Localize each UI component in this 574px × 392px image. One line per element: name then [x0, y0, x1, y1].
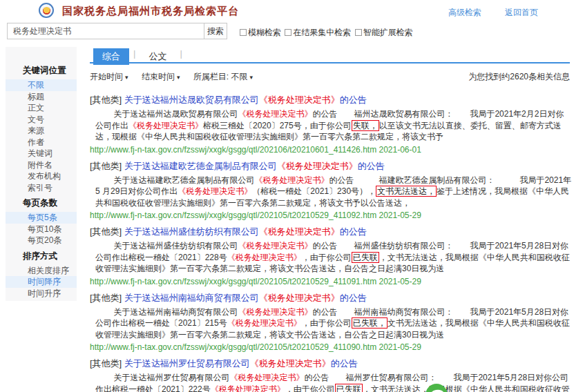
search-button[interactable]: 搜索	[204, 23, 227, 39]
sidebar-item-标题[interactable]: 标题	[6, 91, 77, 103]
text-segment-link: 关于送达福州罗仕贸易有限公司	[124, 358, 250, 369]
text-segment-redlink: 《税务处理决定书》	[259, 293, 340, 303]
result-snippet: 关于送达福建欧艺德金属制品有限公司《税务处理决定书》的公告 福建欧艺德金属制品有…	[90, 175, 572, 209]
sidebar-item-附件名[interactable]: 附件名	[6, 159, 77, 171]
search-result-item: [其他类] 关于送达福州罗仕贸易有限公司《税务处理决定书》的公告 关于送达福州罗…	[90, 357, 572, 392]
sidebar-item-文号[interactable]: 文号	[6, 114, 77, 126]
category-filter[interactable]: 所属栏目: 不限▾	[193, 72, 253, 81]
search-in-results-checkbox[interactable]: 在结果集中检索	[285, 28, 351, 37]
result-snippet: 关于送达福州盛佳纺纺织有限公司《税务处理决定书》的公告 福州盛佳纺纺织有限公司：…	[90, 240, 572, 275]
text-segment-link: 关于送达福建欧艺德金属制品有限公司	[124, 161, 277, 171]
filter-sidebar: 关键词位置 不限标题正文文号来源作者关键词附件名发布机构索引号 每页条数 每页5…	[6, 47, 77, 301]
result-title-link[interactable]: [其他类] 关于送达福州盛佳纺纺织有限公司《税务处理决定书》的公告	[90, 226, 572, 237]
page-title: 国家税务总局福州市税务局检索平台	[62, 5, 239, 18]
search-input[interactable]	[7, 23, 204, 39]
search-result-item: [其他类] 关于送达福州达晟欧贸易有限公司《税务处理决定书》的公告 关于送达福州…	[90, 94, 572, 155]
sidebar-item-时间升序[interactable]: 时间升序	[6, 288, 77, 300]
text-segment-link: 关于送达福州盛佳纺纺织有限公司	[124, 226, 259, 237]
text-segment-link: 关于送达福州达晟欧贸易有限公司	[124, 95, 259, 105]
sidebar-item-关键词[interactable]: 关键词	[6, 148, 77, 159]
sidebar-item-相关度排序[interactable]: 相关度排序	[6, 265, 77, 277]
search-result-item: [其他类] 关于送达福州盛佳纺纺织有限公司《税务处理决定书》的公告 关于送达福州…	[90, 226, 572, 287]
tab-comprehensive[interactable]: 综合	[93, 48, 129, 65]
text-segment-red: 《税务处理决定书》	[128, 121, 203, 130]
tax-bureau-logo-icon	[39, 3, 54, 18]
top-nav: 高级检索返回首页	[448, 7, 538, 19]
sidebar-section-title: 排序方式	[6, 246, 77, 265]
text-segment-red: 《税务处理决定书》	[211, 384, 285, 392]
text-segment-red: 《税务处理决定书》	[229, 373, 304, 382]
chevron-down-icon: ▾	[249, 74, 253, 81]
search-bar: 搜索	[7, 23, 227, 39]
sidebar-item-来源[interactable]: 来源	[6, 125, 77, 137]
text-segment-red: 《税务处理决定书》	[178, 186, 252, 196]
sidebar-section: 关键词位置 不限标题正文文号来源作者关键词附件名发布机构索引号	[6, 61, 77, 193]
start-time-filter[interactable]: 开始时间▾	[90, 72, 128, 81]
text-segment-box: 失联，	[352, 120, 379, 131]
text-segment-box: 已失联，	[352, 317, 388, 329]
text-segment-prefix: [其他类]	[90, 226, 124, 237]
sidebar-item-每页20条[interactable]: 每页20条	[6, 235, 77, 246]
result-count: 为您找到约2620条相关信息	[468, 71, 570, 83]
national-emblem-icon	[43, 7, 50, 14]
text-segment-prefix: [其他类]	[90, 293, 124, 303]
sidebar-item-发布机构[interactable]: 发布机构	[6, 170, 77, 182]
sidebar-item-作者[interactable]: 作者	[6, 137, 77, 148]
text-segment-link: 关于送达福州南福幼商贸有限公司	[124, 293, 259, 303]
search-options: 模糊检索 在结果集中检索 智能扩展检索	[240, 27, 414, 39]
sidebar-item-时间降序[interactable]: 时间降序	[6, 276, 77, 288]
chevron-down-icon: ▾	[125, 74, 128, 81]
sidebar-item-不限[interactable]: 不限	[6, 79, 77, 91]
sidebar-item-索引号[interactable]: 索引号	[6, 182, 77, 194]
checkbox-icon[interactable]	[240, 29, 247, 36]
tab-official-documents[interactable]: 公文	[140, 48, 175, 65]
sidebar-section-items: 不限标题正文文号来源作者关键词附件名发布机构索引号	[6, 79, 77, 193]
text-segment-plain: 关于送达福州罗仕贸易有限公司	[113, 373, 229, 382]
search-result-item: [其他类] 关于送达福州南福幼商贸有限公司《税务处理决定书》的公告 关于送达福州…	[90, 292, 572, 353]
text-segment-prefix: [其他类]	[90, 95, 124, 105]
sidebar-item-每页10条[interactable]: 每页10条	[6, 224, 77, 235]
result-url[interactable]: http://www.fj-n-tax.gov.cn/fzsswj/xxgk/g…	[90, 145, 572, 155]
result-title-link[interactable]: [其他类] 关于送达福州南福幼商贸有限公司《税务处理决定书》的公告	[90, 292, 572, 304]
result-tabs: 综合|公文|	[90, 48, 570, 63]
sidebar-item-正文[interactable]: 正文	[6, 102, 77, 114]
result-title-link[interactable]: [其他类] 关于送达福州罗仕贸易有限公司《税务处理决定书》的公告	[90, 357, 572, 369]
text-segment-redlink: 《税务处理决定书》	[259, 95, 340, 105]
checkbox-icon[interactable]	[355, 29, 362, 36]
smart-expand-checkbox[interactable]: 智能扩展检索	[355, 28, 413, 37]
text-segment-plain: 关于送达福州南福幼商贸有限公司	[113, 307, 238, 317]
advanced-search-link[interactable]: 高级检索	[448, 8, 481, 17]
text-segment-plain: ，由于你公司	[285, 384, 335, 392]
sidebar-item-每页5条[interactable]: 每页5条	[6, 212, 77, 224]
fuzzy-search-checkbox[interactable]: 模糊检索	[240, 28, 281, 37]
text-segment-plain: 关于送达福州达晟欧贸易有限公司	[113, 109, 238, 119]
text-segment-box: 文书无法送达，	[376, 186, 437, 197]
result-url[interactable]: http://www.fj-n-tax.gov.cn/fzsswj/xxgk/g…	[90, 342, 572, 353]
text-segment-redlink: 《税务处理决定书》	[259, 226, 340, 237]
text-segment-plain: 关于送达福州盛佳纺纺织有限公司	[113, 241, 238, 251]
back-home-link[interactable]: 返回首页	[505, 8, 538, 17]
text-segment-link: 的公告	[358, 161, 385, 171]
sidebar-section-title: 关键词位置	[6, 61, 77, 79]
result-url[interactable]: http://www.fj-n-tax.gov.cn/fzsswj/xxgk/g…	[90, 277, 572, 287]
end-time-filter[interactable]: 结束时间▾	[142, 72, 180, 81]
filter-row: 为您找到约2620条相关信息 开始时间▾ 结束时间▾ 所属栏目: 不限▾	[90, 71, 570, 83]
text-segment-red: 《税务处理决定书》	[238, 241, 312, 251]
text-segment-link: 的公告	[340, 293, 367, 303]
result-title-link[interactable]: [其他类] 关于送达福州达晟欧贸易有限公司《税务处理决定书》的公告	[90, 94, 572, 106]
text-segment-red: 《税务处理决定书》	[238, 109, 312, 119]
checkbox-icon[interactable]	[285, 29, 291, 36]
search-result-item: [其他类] 关于送达福建欧艺德金属制品有限公司《税务处理决定书》的公告 关于送达…	[90, 160, 572, 222]
text-segment-plain: 榕税三稽处〔2020〕275号，由于你公司	[203, 121, 352, 130]
text-segment-red: 《税务处理决定书》	[238, 307, 312, 317]
text-segment-red: 《税务处理决定书》	[227, 318, 302, 328]
text-segment-box: 已失联	[335, 384, 363, 392]
result-title-link[interactable]: [其他类] 关于送达福建欧艺德金属制品有限公司《税务处理决定书》的公告	[90, 160, 572, 172]
sidebar-section-title: 每页条数	[6, 193, 77, 212]
result-url[interactable]: http://www.fj-n-tax.gov.cn/fzsswj/xxgk/g…	[90, 210, 572, 221]
text-segment-plain: ，由于你公司	[302, 253, 352, 262]
sidebar-section: 每页条数 每页5条每页10条每页20条	[6, 193, 77, 246]
text-segment-link: 的公告	[340, 95, 367, 105]
text-segment-red: 《税务处理决定书》	[227, 253, 302, 262]
text-segment-prefix: [其他类]	[90, 358, 124, 369]
